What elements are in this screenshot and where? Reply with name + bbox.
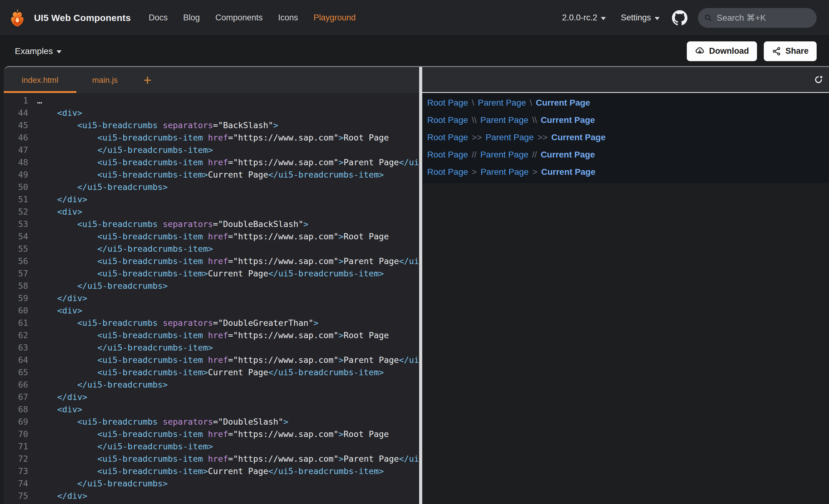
code-line: 60<div> (4, 305, 419, 317)
search-input[interactable] (717, 13, 810, 23)
refresh-button[interactable] (814, 75, 823, 85)
line-number: 56 (4, 255, 28, 267)
line-number: 53 (4, 218, 28, 230)
code-line: 61<ui5-breadcrumbs separators="DoubleGre… (4, 317, 419, 329)
nav-item-blog[interactable]: Blog (183, 13, 200, 23)
line-number: 44 (4, 107, 28, 119)
breadcrumb-link[interactable]: Parent Page (480, 115, 529, 125)
add-tab-button[interactable]: + (134, 67, 161, 93)
nav-item-icons[interactable]: Icons (278, 13, 298, 23)
nav-item-playground[interactable]: Playground (314, 13, 356, 23)
breadcrumb-separator: > (529, 167, 541, 177)
code-line: 76<div> (4, 502, 419, 504)
nav-item-docs[interactable]: Docs (149, 13, 168, 23)
refresh-icon (814, 75, 823, 85)
breadcrumbs-row: Root Page//Parent Page//Current Page (427, 146, 829, 163)
line-number: 61 (4, 317, 28, 329)
code-line: 46<ui5-breadcrumbs-item href="https://ww… (4, 131, 419, 144)
line-number: 62 (4, 329, 28, 342)
code-line: 48<ui5-breadcrumbs-item href="https://ww… (4, 156, 419, 169)
line-number: 57 (4, 267, 28, 280)
chevron-down-icon (57, 50, 62, 53)
editor-tab-index.html[interactable]: index.html (4, 67, 76, 93)
editor-tab-main.js[interactable]: main.js (76, 67, 134, 93)
nav-item-components[interactable]: Components (215, 13, 263, 23)
preview-body: Root Page\Parent Page\Current PageRoot P… (422, 93, 829, 183)
line-number: 75 (4, 490, 28, 502)
line-number: 58 (4, 280, 28, 292)
share-label: Share (785, 46, 808, 56)
github-icon[interactable] (672, 10, 687, 26)
breadcrumb-separator: // (529, 150, 541, 160)
code-line: 74</ui5-breadcrumbs> (4, 477, 419, 490)
share-button[interactable]: Share (764, 41, 817, 61)
code-line: 62<ui5-breadcrumbs-item href="https://ww… (4, 329, 419, 342)
breadcrumb-link[interactable]: Root Page (427, 167, 468, 177)
breadcrumbs-row: Root Page>Parent Page>Current Page (427, 163, 829, 181)
preview-toolbar (422, 67, 829, 93)
download-label: Download (709, 46, 749, 56)
breadcrumb-link[interactable]: Root Page (427, 132, 468, 142)
brand-title[interactable]: UI5 Web Components (34, 13, 131, 23)
code-line: 64<ui5-breadcrumbs-item href="https://ww… (4, 354, 419, 366)
breadcrumb-separator: \ (468, 98, 478, 108)
line-number: 51 (4, 193, 28, 206)
settings-label: Settings (621, 13, 651, 23)
code-line: 75</div> (4, 490, 419, 502)
breadcrumb-separator: \ (526, 98, 536, 108)
code-line: 58</ui5-breadcrumbs> (4, 280, 419, 292)
line-number: 49 (4, 169, 28, 181)
breadcrumb-link[interactable]: Parent Page (478, 98, 526, 108)
breadcrumb-link[interactable]: Root Page (427, 98, 468, 108)
line-number: 46 (4, 131, 28, 144)
code-line: 59</div> (4, 292, 419, 305)
code-editor[interactable]: 1…44<div>45<ui5-breadcrumbs separators="… (4, 93, 419, 504)
search-icon (704, 13, 712, 23)
breadcrumb-link[interactable]: Parent Page (480, 150, 529, 160)
breadcrumb-separator: >> (534, 132, 551, 142)
version-label: 2.0.0-rc.2 (562, 13, 597, 23)
version-dropdown[interactable]: 2.0.0-rc.2 (562, 13, 606, 23)
breadcrumb-link[interactable]: Parent Page (481, 167, 529, 177)
line-number: 71 (4, 440, 28, 453)
code-line: 1… (4, 94, 419, 107)
line-number: 76 (4, 502, 28, 504)
code-line: 55</ui5-breadcrumbs-item> (4, 243, 419, 255)
examples-dropdown[interactable]: Examples (15, 46, 62, 56)
download-button[interactable]: Download (687, 41, 757, 61)
code-line: 54<ui5-breadcrumbs-item href="https://ww… (4, 230, 419, 243)
code-line: 50</ui5-breadcrumbs> (4, 181, 419, 193)
breadcrumb-link[interactable]: Root Page (427, 115, 468, 125)
code-line: 51</div> (4, 193, 419, 206)
line-number: 55 (4, 243, 28, 255)
line-number: 47 (4, 144, 28, 156)
breadcrumb-separator: \\ (529, 115, 541, 125)
breadcrumb-current: Current Page (541, 115, 595, 125)
line-number: 65 (4, 366, 28, 379)
code-line: 66</ui5-breadcrumbs> (4, 379, 419, 391)
line-number: 63 (4, 342, 28, 354)
search-box (698, 8, 817, 28)
breadcrumb-current: Current Page (536, 98, 590, 108)
breadcrumb-separator: > (468, 167, 480, 177)
line-number: 66 (4, 379, 28, 391)
line-number: 70 (4, 428, 28, 440)
line-number: 45 (4, 119, 28, 131)
line-number: 52 (4, 206, 28, 218)
line-number: 74 (4, 477, 28, 490)
breadcrumb-current: Current Page (541, 150, 595, 160)
breadcrumb-separator: >> (468, 132, 485, 142)
code-line: 69<ui5-breadcrumbs separators="DoubleSla… (4, 416, 419, 428)
code-line: 45<ui5-breadcrumbs separators="BackSlash… (4, 119, 419, 131)
pane-splitter[interactable] (419, 67, 422, 504)
code-line: 56<ui5-breadcrumbs-item href="https://ww… (4, 255, 419, 267)
breadcrumb-link[interactable]: Root Page (427, 150, 468, 160)
breadcrumb-link[interactable]: Parent Page (485, 132, 534, 142)
code-line: 52<div> (4, 206, 419, 218)
code-line: 65<ui5-breadcrumbs-item>Current Page</ui… (4, 366, 419, 379)
settings-dropdown[interactable]: Settings (621, 13, 660, 23)
code-line: 73<ui5-breadcrumbs-item>Current Page</ui… (4, 465, 419, 477)
ui5-phoenix-logo-icon[interactable] (7, 8, 27, 28)
breadcrumb-separator: // (468, 150, 480, 160)
code-editor-pane: index.htmlmain.js+ 1…44<div>45<ui5-bread… (4, 67, 419, 504)
